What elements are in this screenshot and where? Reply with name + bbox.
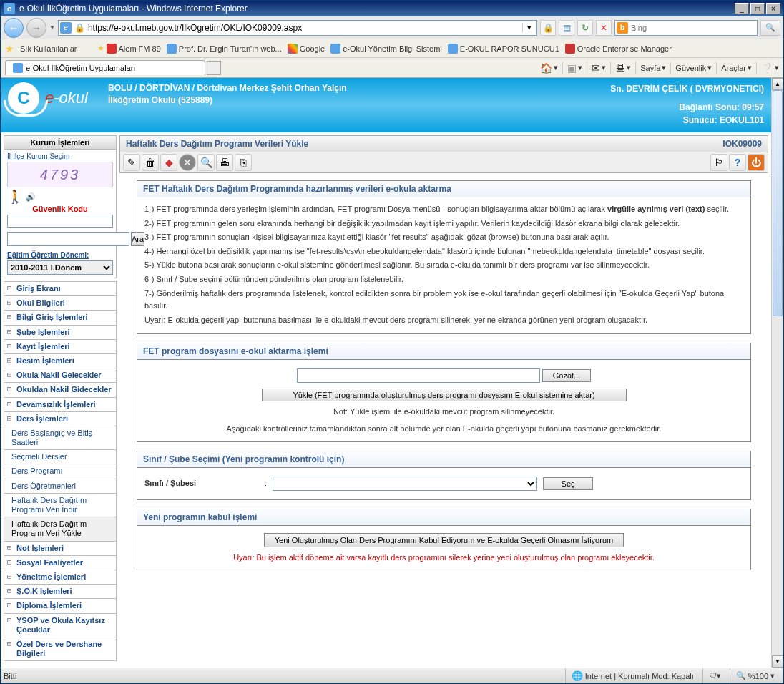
search-input[interactable] (631, 24, 755, 32)
power-icon[interactable]: ⏻ (748, 154, 765, 171)
protected-mode-icon[interactable]: 🛡▾ (702, 668, 727, 683)
security-code-label: Güvenlik Kodu (7, 205, 113, 213)
file-input[interactable] (297, 368, 540, 383)
menu-item-ders[interactable]: ⊟Ders İşlemleri (4, 412, 117, 426)
submenu-item-active[interactable]: Haftalık Ders Dağıtım Programı Veri Yükl… (4, 517, 117, 541)
page-menu[interactable]: Sayfa▾ (640, 63, 666, 72)
select-button[interactable]: Seç (543, 477, 593, 490)
print-button[interactable]: 🖶▾ (615, 62, 631, 74)
menu-item[interactable]: ⊞Resim İşlemleri (4, 354, 117, 368)
scroll-down-button[interactable]: ▼ (772, 655, 783, 668)
menu-item[interactable]: ⊞Okul Bilgileri (4, 296, 117, 311)
favorites-bar: ★ Sık Kullanılanlar ★Alem FM 89 Prof. Dr… (1, 39, 783, 58)
menu-item[interactable]: ⊞Giriş Ekranı (4, 281, 117, 296)
help-button[interactable]: ❔▾ (761, 62, 779, 74)
scroll-thumb[interactable] (773, 90, 783, 316)
menu-item[interactable]: ⊞Bilgi Giriş İşlemleri (4, 311, 117, 325)
sidebar-title: Kurum İşlemleri (4, 136, 116, 150)
school-name: İlköğretim Okulu (525889) (108, 94, 610, 107)
url-dropdown[interactable]: ▾ (522, 23, 535, 32)
print-icon[interactable]: 🖶 (216, 154, 233, 171)
refresh-button[interactable]: ↻ (577, 20, 593, 36)
menu-item[interactable]: ⊞Özel Ders ve Dershane Bilgileri (4, 637, 117, 661)
vertical-scrollbar[interactable]: ▲ ▼ (771, 78, 783, 668)
status-text: Bitti (4, 672, 16, 680)
submenu-item[interactable]: Haftalık Ders Dağıtım Programı Veri İndi… (4, 494, 117, 517)
fav-link[interactable]: ★Alem FM 89 (97, 44, 161, 54)
search-icon[interactable]: 🔍 (197, 154, 215, 171)
url-input[interactable] (88, 23, 519, 33)
accept-button[interactable]: Yeni Oluşturulmuş Olan Ders Programını K… (264, 533, 624, 547)
fav-link[interactable]: e-Okul Yönetim Bilgi Sistemi (330, 44, 442, 54)
menu-item[interactable]: ⊞Okula Nakil Gelecekler (4, 368, 117, 383)
export-icon[interactable]: ⎘ (235, 154, 252, 171)
fav-link[interactable]: E-OKUL RAPOR SUNUCU1 (448, 44, 559, 54)
delete-icon[interactable]: 🗑 (142, 154, 159, 171)
tools-menu[interactable]: Araçlar▾ (721, 63, 752, 72)
favorites-label[interactable]: Sık Kullanılanlar (20, 44, 77, 53)
search-button[interactable]: 🔍 (760, 20, 780, 36)
forward-button[interactable]: → (26, 18, 46, 38)
browse-button[interactable]: Gözat... (542, 369, 592, 382)
submenu-item[interactable]: Ders Programı (4, 464, 117, 479)
menu-item[interactable]: ⊞Okuldan Nakil Gidecekler (4, 383, 117, 397)
favorites-star-icon[interactable]: ★ (5, 43, 14, 54)
submenu-item[interactable]: Seçmeli Dersler (4, 450, 117, 464)
search-box[interactable]: b (614, 20, 758, 36)
submenu-item[interactable]: Ders Başlangıç ve Bitiş Saatleri (4, 426, 117, 450)
minimize-button[interactable]: _ (735, 3, 749, 14)
menu-item[interactable]: ⊞Yöneltme İşlemleri (4, 570, 117, 585)
menu-item[interactable]: ⊞Diploma İşlemleri (4, 599, 117, 613)
term-select[interactable]: 2010-2011 I.Dönem (7, 260, 113, 275)
upload-button[interactable]: Yükle (FET programında oluşturulmuş ders… (262, 389, 627, 401)
close-button[interactable]: × (766, 3, 780, 14)
menu-item[interactable]: ⊞Devamsızlık İşlemleri (4, 398, 117, 412)
flag-icon[interactable]: 🏳 (710, 154, 727, 171)
ssl-lock-icon[interactable]: 🔒 (540, 20, 556, 36)
menu-item[interactable]: ⊞Kayıt İşlemleri (4, 340, 117, 354)
window-title: e-Okul İlkÖğretim Uygulamaları - Windows… (19, 4, 735, 14)
home-button[interactable]: 🏠▾ (540, 62, 558, 74)
accept-box: Yeni programın kabul işlemi Yeni Oluştur… (137, 509, 751, 571)
scroll-up-button[interactable]: ▲ (772, 78, 783, 90)
safety-menu[interactable]: Güvenlik▾ (675, 63, 712, 72)
history-dropdown[interactable]: ▼ (49, 24, 55, 31)
erase-icon[interactable]: ◆ (160, 154, 177, 171)
audio-icon[interactable]: 🔊 (26, 192, 36, 202)
mail-button[interactable]: ✉▾ (592, 62, 606, 74)
zoom-control[interactable]: 🔍 %100 ▾ (730, 668, 780, 683)
tab-title: e-Okul İlkÖğretim Uygulamaları (26, 64, 135, 72)
instruction-line: 2-) FET programının gelen soru ekranında… (144, 218, 743, 230)
district-select-link[interactable]: İl-İlçe-Kurum Seçim (7, 152, 113, 160)
maximize-button[interactable]: □ (750, 3, 765, 14)
page-toolbar: ✎ 🗑 ◆ ✕ 🔍 🖶 ⎘ 🏳 ? ⏻ (119, 152, 768, 173)
accessibility-icon[interactable]: 🚶 (7, 189, 23, 205)
security-code-input[interactable] (7, 215, 113, 228)
back-button[interactable]: ← (4, 18, 24, 38)
page-code: IOK09009 (722, 139, 762, 149)
help-icon[interactable]: ? (729, 154, 746, 171)
feeds-button[interactable]: ▣▾ (567, 62, 582, 74)
address-bar[interactable]: e 🔒 ▾ (58, 20, 537, 36)
compat-view-icon[interactable]: ▤ (559, 20, 574, 36)
new-tab-button[interactable] (207, 61, 221, 75)
accept-title: Yeni programın kabul işlemi (137, 509, 750, 526)
instruction-line: Uyarı: E-okulda geçerli yapı butonuna ba… (144, 314, 743, 327)
menu-item[interactable]: ⊞Not İşlemleri (4, 542, 117, 556)
tab-active[interactable]: e-Okul İlkÖğretim Uygulamaları (5, 60, 205, 75)
fav-link[interactable]: Oracle Enterprise Manager (565, 44, 672, 54)
menu-item[interactable]: ⊞Sosyal Faaliyetler (4, 556, 117, 570)
ie-icon: e (4, 3, 15, 14)
submenu-item[interactable]: Ders Öğretmenleri (4, 479, 117, 494)
menu-item[interactable]: ⊞Şube İşlemleri (4, 326, 117, 340)
fav-link[interactable]: Prof. Dr. Ergin Turan'ın web... (167, 44, 282, 54)
class-select[interactable] (273, 477, 537, 491)
menu-item[interactable]: ⊞Ş.Ö.K İşlemleri (4, 585, 117, 599)
fav-link[interactable]: Google (288, 44, 325, 54)
sidebar-search-input[interactable] (7, 232, 129, 246)
edit-icon[interactable]: ✎ (123, 154, 140, 171)
cancel-icon[interactable]: ✕ (179, 154, 196, 171)
menu-item[interactable]: ⊞YSOP ve Okula Kayıtsız Çocuklar (4, 614, 117, 637)
stop-button[interactable]: ✕ (596, 20, 612, 36)
instructions-title: FET Haftalık Ders Dağıtım Programında ha… (137, 181, 750, 197)
